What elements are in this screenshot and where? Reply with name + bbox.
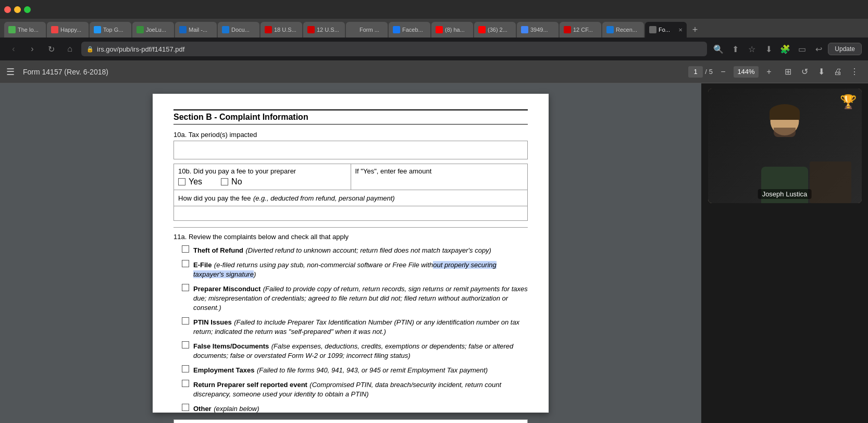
sidebar-menu-icon[interactable]: ☰ — [6, 66, 15, 78]
complaint-other: Other (explain below) — [173, 404, 528, 413]
tab-label: 3949... — [530, 27, 548, 33]
checkbox-efile[interactable] — [182, 260, 189, 267]
forward-button[interactable]: › — [25, 42, 40, 56]
close-button[interactable] — [4, 6, 11, 13]
webcam-box: 🏆 Joseph Lustica — [708, 89, 862, 203]
tab-favicon — [478, 26, 486, 33]
maximize-button[interactable] — [24, 6, 31, 13]
tab-topg[interactable]: Top G... — [90, 22, 131, 38]
checkbox-employment-taxes[interactable] — [182, 365, 189, 372]
tab-goog[interactable]: 3949... — [517, 22, 559, 38]
tab-happy[interactable]: Happy... — [47, 22, 89, 38]
pdf-page-info: / 5 — [688, 66, 713, 78]
new-tab-button[interactable]: + — [688, 22, 702, 38]
complaint-text-employment: Employment Taxes (Failed to file forms 9… — [193, 365, 488, 375]
pdf-title: Form 14157 (Rev. 6-2018) — [23, 68, 684, 76]
zoom-out-button[interactable]: − — [716, 65, 730, 79]
tab-yt2[interactable]: (36) 2... — [474, 22, 516, 38]
minimize-button[interactable] — [14, 6, 21, 13]
q10a-field[interactable] — [173, 141, 528, 159]
q10b-yes-checkbox[interactable] — [178, 178, 185, 185]
tab-label: Faceb... — [402, 27, 423, 33]
tab-docu[interactable]: Docu... — [218, 22, 259, 38]
checkbox-ptin-issues[interactable] — [182, 317, 189, 325]
tab-fox[interactable]: Fo... ✕ — [645, 22, 687, 38]
reload-button[interactable]: ↻ — [44, 42, 58, 56]
complaint-text-preparer: Preparer Misconduct (Failed to provide c… — [193, 284, 528, 312]
home-button[interactable]: ⌂ — [63, 42, 77, 56]
tab-yt1[interactable]: (8) ha... — [431, 22, 473, 38]
q11a-label: 11a. Review the complaints below and che… — [173, 232, 528, 241]
tab-favicon — [393, 26, 400, 33]
complaint-preparer-misconduct: Preparer Misconduct (Failed to provide c… — [173, 284, 528, 312]
tab-12us[interactable]: 12 U.S... — [303, 22, 345, 38]
complaint-text-efile: E-File (e-filed returns using pay stub, … — [193, 260, 528, 279]
address-bar[interactable]: 🔒 irs.gov/pub/irs-pdf/f14157.pdf — [81, 42, 707, 56]
q10b-how-field[interactable] — [173, 206, 528, 221]
tab-mail[interactable]: Mail -... — [175, 22, 217, 38]
tab-joel[interactable]: JoeLu... — [132, 22, 174, 38]
download-icon[interactable]: ⬇ — [761, 42, 776, 56]
tab-favicon — [350, 26, 357, 33]
tab-the[interactable]: The lo... — [4, 22, 46, 38]
q10b-left: 10b. Did you pay a fee to your preparer … — [174, 164, 351, 190]
pdf-zoom-input[interactable] — [734, 66, 759, 78]
tab-rece[interactable]: Recen... — [602, 22, 644, 38]
q10b-no-checkbox[interactable] — [221, 178, 228, 185]
webcam-person: 🏆 Joseph Lustica — [708, 89, 862, 203]
tab-label: Fo... — [659, 27, 670, 33]
zoom-in-button[interactable]: + — [762, 65, 776, 79]
pdf-toolbar: ☰ Form 14157 (Rev. 6-2018) / 5 − + ⊞ ↺ ⬇… — [0, 60, 868, 83]
q10b-no-label: No — [231, 177, 242, 186]
pdf-page-separator: / — [705, 68, 707, 76]
checkbox-false-items[interactable] — [182, 341, 189, 349]
extensions-icon[interactable]: 🧩 — [778, 42, 792, 56]
complaint-text-ptin: PTIN Issues (Failed to include Preparer … — [193, 317, 528, 336]
tab-favicon — [179, 26, 187, 33]
tab-close-icon[interactable]: ✕ — [678, 27, 683, 33]
checkbox-preparer-misconduct[interactable] — [182, 284, 189, 291]
title-bar — [0, 0, 868, 19]
bookmark-icon[interactable]: ☆ — [745, 42, 759, 56]
main-area: Section B - Complaint Information 10a. T… — [0, 83, 868, 423]
tab-label: Mail -... — [189, 27, 207, 33]
pdf-page-input[interactable] — [688, 66, 703, 78]
sidebar-toggle[interactable]: ▭ — [795, 42, 809, 56]
more-options-button[interactable]: ⋮ — [847, 65, 862, 79]
complaint-text-false: False Items/Documents (False expenses, d… — [193, 341, 528, 360]
back-button[interactable]: ‹ — [6, 42, 21, 56]
tab-favicon — [51, 26, 58, 33]
q10b-right: If "Yes", enter fee amount — [351, 164, 528, 190]
tab-face[interactable]: Faceb... — [389, 22, 430, 38]
update-button[interactable]: Update — [828, 43, 862, 55]
tab-label: (36) 2... — [488, 27, 507, 33]
download-pdf-button[interactable]: ⬇ — [814, 65, 828, 79]
share-icon[interactable]: ⬆ — [728, 42, 742, 56]
tab-form[interactable]: Form ... — [346, 22, 388, 38]
tab-label: 12 U.S... — [317, 27, 339, 33]
tab-label: Top G... — [103, 27, 123, 33]
rotate-icon[interactable]: ↺ — [797, 65, 812, 79]
search-icon[interactable]: 🔍 — [711, 42, 726, 56]
print-button[interactable]: 🖨 — [830, 65, 845, 79]
q10b-yes-row: Yes — [178, 177, 202, 186]
spread-view-icon[interactable]: ⊞ — [780, 65, 795, 79]
pdf-content[interactable]: Section B - Complaint Information 10a. T… — [0, 83, 701, 423]
pdf-tools-right: ⊞ ↺ ⬇ 🖨 ⋮ — [780, 65, 862, 79]
webcam-name-label: Joseph Lustica — [758, 189, 812, 199]
tab-12cf[interactable]: 12 CF... — [560, 22, 601, 38]
tab-favicon — [649, 26, 656, 33]
complaint-efile: E-File (e-filed returns using pay stub, … — [173, 260, 528, 279]
q10b-how-label: How did you pay the fee — [178, 194, 251, 202]
q10b-yes-label: Yes — [189, 177, 202, 186]
reader-mode[interactable]: ↩ — [811, 42, 826, 56]
checkbox-theft-of-refund[interactable] — [182, 245, 189, 253]
checkbox-self-reported[interactable] — [182, 380, 189, 387]
tab-bar: The lo... Happy... Top G... JoeLu... Mai… — [0, 19, 868, 38]
tab-favicon — [137, 26, 144, 33]
explain-box-1[interactable] — [173, 419, 528, 423]
checkbox-other[interactable] — [182, 404, 189, 411]
tab-label: Happy... — [60, 27, 81, 33]
q10b-no-row: No — [221, 177, 242, 186]
tab-18us[interactable]: 18 U.S... — [261, 22, 302, 38]
